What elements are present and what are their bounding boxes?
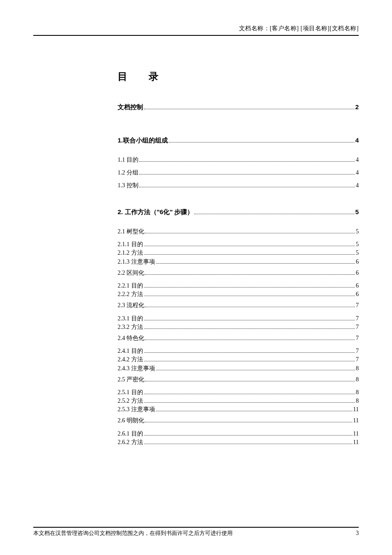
- toc-leader-dots: [144, 109, 355, 109]
- toc-title-char1: 目: [118, 71, 127, 82]
- toc-entry-page: 7: [356, 356, 359, 363]
- toc-entry-label: 2.4.2 方法: [118, 356, 143, 363]
- toc-entry-label: 1.联合小组的组成: [118, 136, 168, 145]
- toc-entry-page: 7: [356, 347, 359, 355]
- toc-entry-page: 6: [356, 291, 359, 298]
- toc-row: 2.1.2 方法5: [118, 249, 359, 257]
- toc-leader-dots: [156, 411, 352, 411]
- toc-row: 1.联合小组的组成4: [118, 136, 359, 145]
- toc-leader-dots: [144, 328, 355, 329]
- toc-leader-dots: [144, 246, 355, 246]
- toc-row: 2.4.2 方法7: [118, 356, 359, 363]
- toc-row: 2.1 树型化5: [118, 228, 359, 235]
- toc-entry-page: 6: [356, 258, 359, 266]
- toc-entry-page: 7: [356, 302, 359, 309]
- toc-row: 2.6 明朗化11: [118, 417, 359, 424]
- footer-page-number: 3: [356, 530, 359, 537]
- toc-entry-label: 2. 工作方法（"6化" 步骤）: [118, 208, 193, 216]
- toc-entry-label: 2.4 特色化: [118, 334, 144, 342]
- toc-leader-dots: [156, 370, 355, 370]
- toc-entry-label: 1.2 分组: [118, 169, 138, 177]
- toc-entry-label: 2.3.1 目的: [118, 315, 143, 323]
- toc-list: 文档控制21.联合小组的组成41.1 目的41.2 分组41.3 控制42. 工…: [118, 103, 359, 446]
- toc-entry-label: 2.6.2 方法: [118, 439, 143, 446]
- toc-title: 目录: [118, 70, 359, 83]
- toc-entry-page: 7: [356, 315, 359, 323]
- toc-entry-label: 2.2.2 方法: [118, 291, 143, 298]
- toc-entry-page: 5: [356, 249, 359, 257]
- toc-entry-label: 2.6 明朗化: [118, 417, 144, 424]
- toc-leader-dots: [144, 361, 355, 361]
- toc-entry-page: 2: [355, 103, 359, 111]
- toc-leader-dots: [144, 320, 355, 320]
- toc-entry-label: 2.4.3 注意事项: [118, 365, 155, 372]
- header-label: 文档名称：: [239, 25, 270, 32]
- header-value: [客户名称] [项目名称][文档名称]: [270, 25, 359, 32]
- page-footer: 本文档在汉普管理咨询公司文档控制范围之内，在得到书面许可之后方可进行使用 3: [33, 527, 359, 537]
- toc-entry-page: 6: [356, 269, 359, 277]
- toc-title-char2: 录: [149, 71, 159, 82]
- toc-entry-page: 11: [353, 439, 359, 446]
- toc-entry-page: 6: [356, 282, 359, 290]
- toc-leader-dots: [139, 161, 355, 162]
- toc-leader-dots: [194, 214, 354, 214]
- toc-entry-page: 11: [353, 417, 359, 424]
- toc-entry-label: 2.3 流程化: [118, 302, 144, 309]
- toc-entry-page: 11: [353, 430, 359, 438]
- toc-entry-page: 8: [356, 365, 359, 372]
- toc-leader-dots: [144, 435, 352, 436]
- toc-leader-dots: [139, 187, 355, 187]
- toc-leader-dots: [145, 307, 355, 307]
- toc-leader-dots: [144, 296, 355, 296]
- toc-row: 1.1 目的4: [118, 156, 359, 164]
- toc-entry-page: 4: [355, 136, 359, 145]
- toc-row: 1.3 控制4: [118, 182, 359, 189]
- toc-leader-dots: [144, 394, 355, 394]
- toc-entry-label: 2.5.3 注意事项: [118, 406, 155, 413]
- toc-leader-dots: [144, 402, 355, 403]
- toc-entry-page: 8: [356, 397, 359, 405]
- toc-entry-label: 2.2 区间化: [118, 269, 144, 277]
- toc-leader-dots: [145, 233, 355, 233]
- toc-leader-dots: [139, 174, 355, 174]
- toc-row: 2.5.3 注意事项11: [118, 406, 359, 413]
- toc-entry-page: 8: [356, 376, 359, 384]
- toc-entry-page: 5: [356, 241, 359, 248]
- toc-row: 文档控制2: [118, 103, 359, 111]
- toc-entry-page: 4: [356, 169, 359, 177]
- toc-entry-label: 1.3 控制: [118, 182, 138, 189]
- toc-leader-dots: [144, 287, 355, 288]
- toc-content: 目录 文档控制21.联合小组的组成41.1 目的41.2 分组41.3 控制42…: [33, 70, 359, 446]
- toc-entry-label: 2.2.1 目的: [118, 282, 143, 290]
- toc-entry-label: 2.5 严密化: [118, 376, 144, 384]
- document-page: 文档名称：[客户名称] [项目名称][文档名称] 目录 文档控制21.联合小组的…: [0, 0, 392, 555]
- toc-entry-label: 2.5.2 方法: [118, 397, 143, 405]
- toc-row: 2.5.1 目的8: [118, 389, 359, 396]
- toc-leader-dots: [145, 340, 355, 340]
- toc-row: 2.1.3 注意事项6: [118, 258, 359, 266]
- toc-gap: [118, 123, 359, 131]
- toc-entry-label: 2.6.1 目的: [118, 430, 143, 438]
- toc-entry-label: 2.4.1 目的: [118, 347, 143, 355]
- toc-entry-label: 文档控制: [118, 103, 143, 111]
- toc-entry-page: 8: [356, 389, 359, 396]
- toc-leader-dots: [145, 422, 352, 422]
- toc-row: 2.4 特色化7: [118, 334, 359, 342]
- toc-row: 2.3 流程化7: [118, 302, 359, 309]
- toc-row: 2.3.1 目的7: [118, 315, 359, 323]
- toc-row: 2. 工作方法（"6化" 步骤）5: [118, 208, 359, 216]
- toc-leader-dots: [144, 352, 355, 353]
- toc-entry-page: 5: [355, 208, 359, 216]
- toc-leader-dots: [156, 263, 355, 264]
- toc-entry-label: 2.1.1 目的: [118, 241, 143, 248]
- toc-leader-dots: [145, 274, 355, 275]
- toc-leader-dots: [169, 142, 355, 142]
- toc-row: 2.6.1 目的11: [118, 430, 359, 438]
- toc-leader-dots: [144, 444, 352, 444]
- toc-entry-page: 5: [356, 228, 359, 235]
- toc-row: 2.2.1 目的6: [118, 282, 359, 290]
- toc-entry-page: 7: [356, 323, 359, 331]
- toc-row: 2.1.1 目的5: [118, 241, 359, 248]
- toc-row: 2.5 严密化8: [118, 376, 359, 384]
- toc-leader-dots: [144, 254, 355, 255]
